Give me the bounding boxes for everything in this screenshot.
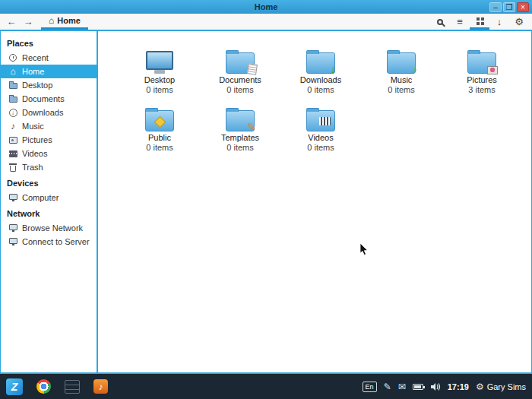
back-icon: ←: [7, 17, 17, 27]
section-title-places: Places: [1, 34, 97, 51]
taskbar-launchers: Z ♪: [6, 378, 108, 395]
tablet-pen-icon[interactable]: ✎: [384, 382, 391, 392]
zorin-menu-button[interactable]: Z: [6, 378, 23, 395]
minimize-button[interactable]: –: [489, 2, 502, 12]
sidebar-item-downloads[interactable]: ↓ Downloads: [1, 106, 97, 119]
forward-button[interactable]: →: [20, 14, 36, 30]
system-tray: En ✎ ✉ 17:19 ⚙ Gary Sims: [363, 382, 526, 392]
folder-icon: ♪: [387, 52, 416, 74]
file-count: 0 items: [119, 143, 200, 153]
file-name: Music: [361, 75, 442, 85]
sidebar-item-documents[interactable]: Documents: [1, 92, 97, 106]
menu-button[interactable]: ⚙: [509, 14, 529, 30]
window-title: Home: [0, 2, 532, 11]
file-tile-music[interactable]: ♪ Music 0 items: [361, 43, 442, 95]
file-name: Downloads: [280, 75, 361, 85]
file-count: 0 items: [280, 85, 361, 95]
home-icon: ⌂: [8, 66, 17, 77]
volume-icon[interactable]: [430, 382, 441, 391]
file-name: Templates: [200, 133, 280, 143]
file-tile-videos[interactable]: Videos 0 items: [280, 101, 361, 153]
film-emblem-icon: [319, 117, 331, 125]
file-tile-desktop[interactable]: Desktop 0 items: [119, 43, 200, 95]
document-emblem-icon: [247, 63, 258, 75]
user-name: Gary Sims: [487, 382, 526, 391]
sidebar-item-label: Videos: [22, 149, 47, 158]
file-tile-public[interactable]: Public 0 items: [119, 101, 200, 153]
sidebar-item-home[interactable]: ⌂ Home: [1, 65, 97, 78]
file-tile-templates[interactable]: ✎ Templates 0 items: [200, 101, 280, 153]
sidebar-item-recent[interactable]: Recent: [1, 51, 97, 65]
mouse-cursor: [359, 242, 369, 256]
media-player-icon[interactable]: ♪: [93, 379, 108, 394]
toolbar: ← → ⌂ Home ≡ ↓ ⚙: [0, 14, 532, 31]
downloads-toolbar-button[interactable]: ↓: [489, 14, 509, 30]
sidebar-item-desktop[interactable]: Desktop: [1, 78, 97, 92]
close-button[interactable]: ×: [517, 2, 529, 12]
sidebar-item-label: Home: [22, 67, 44, 76]
keyboard-layout-indicator[interactable]: En: [363, 382, 377, 392]
user-menu[interactable]: ⚙ Gary Sims: [476, 382, 526, 392]
sidebar-item-connect-to-server[interactable]: Connect to Server: [1, 235, 97, 249]
window-content: Places Recent ⌂ Home Desktop Documents ↓…: [0, 31, 532, 372]
back-button[interactable]: ←: [3, 14, 20, 30]
picture-icon: [9, 137, 17, 144]
sidebar-item-videos[interactable]: Videos: [1, 147, 97, 160]
file-count: 0 items: [361, 85, 442, 95]
file-count: 0 items: [200, 85, 280, 95]
sidebar-item-pictures[interactable]: Pictures: [1, 133, 97, 147]
window-controls: – ❐ ×: [489, 2, 532, 12]
network-icon: [9, 224, 17, 230]
sidebar-item-trash[interactable]: Trash: [1, 160, 97, 174]
file-name: Pictures: [442, 75, 522, 85]
search-button[interactable]: [430, 14, 450, 30]
file-view[interactable]: Desktop 0 items Documents 0 items ↓ Down…: [98, 31, 531, 372]
file-tile-documents[interactable]: Documents 0 items: [200, 43, 280, 95]
computer-icon: [9, 194, 17, 200]
sidebar-item-music[interactable]: ♪ Music: [1, 119, 97, 133]
file-grid: Desktop 0 items Documents 0 items ↓ Down…: [98, 31, 524, 159]
folder-icon: [9, 83, 17, 89]
sidebar-item-browse-network[interactable]: Browse Network: [1, 221, 97, 235]
sidebar-item-label: Downloads: [22, 108, 63, 117]
photo-emblem-icon: [487, 66, 498, 74]
file-count: 3 items: [442, 85, 522, 95]
clock[interactable]: 17:19: [448, 382, 469, 391]
file-tile-downloads[interactable]: ↓ Downloads 0 items: [280, 43, 361, 95]
section-title-devices: Devices: [1, 174, 97, 191]
sidebar-item-label: Browse Network: [22, 223, 83, 233]
sidebar-item-label: Computer: [22, 193, 59, 202]
folder-icon: ✎: [226, 110, 255, 131]
file-count: 0 items: [280, 143, 361, 153]
chrome-icon[interactable]: [36, 379, 51, 394]
film-icon: [9, 150, 17, 157]
recent-icon: [9, 54, 17, 62]
music-note-icon: ♪: [8, 121, 17, 131]
breadcrumb-home-tab[interactable]: ⌂ Home: [41, 14, 88, 30]
taskbar: Z ♪ En ✎ ✉ 17:19 ⚙ Gary Sims: [0, 372, 532, 399]
list-view-icon: ≡: [457, 17, 463, 27]
grid-view-button[interactable]: [470, 14, 489, 30]
sidebar-item-computer[interactable]: Computer: [1, 191, 97, 204]
sidebar-item-label: Pictures: [22, 135, 52, 144]
breadcrumb-label: Home: [57, 16, 81, 25]
file-count: 0 items: [200, 143, 280, 153]
folder-icon: [226, 52, 255, 74]
file-tile-pictures[interactable]: Pictures 3 items: [442, 43, 522, 95]
battery-icon[interactable]: [413, 384, 423, 390]
list-view-button[interactable]: ≡: [450, 14, 470, 30]
file-name: Documents: [200, 75, 280, 85]
section-title-network: Network: [1, 204, 97, 221]
sidebar-item-label: Music: [22, 122, 44, 131]
home-icon: ⌂: [49, 16, 54, 25]
folder-icon: ↓: [306, 52, 335, 74]
titlebar[interactable]: Home – ❐ ×: [0, 0, 532, 14]
mail-icon[interactable]: ✉: [398, 382, 406, 392]
sidebar-item-label: Desktop: [22, 81, 52, 90]
gear-icon: ⚙: [515, 17, 524, 27]
grid-view-icon: [477, 17, 480, 21]
sidebar-item-label: Connect to Server: [22, 237, 90, 246]
sidebar-item-label: Recent: [22, 53, 49, 62]
maximize-button[interactable]: ❐: [503, 2, 515, 12]
file-manager-icon[interactable]: [65, 380, 80, 394]
